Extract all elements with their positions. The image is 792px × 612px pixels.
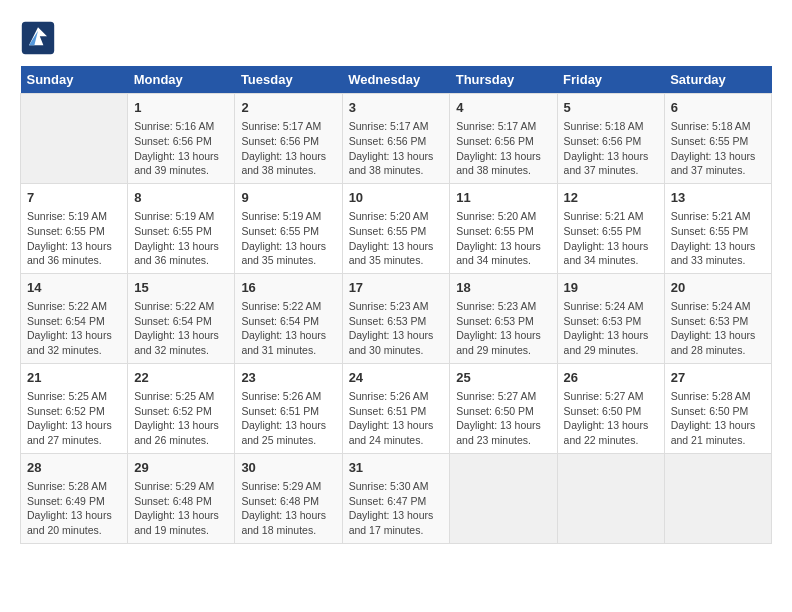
day-info: Sunrise: 5:19 AM Sunset: 6:55 PM Dayligh… (27, 209, 121, 268)
calendar-cell (450, 453, 557, 543)
page-header (20, 20, 772, 56)
day-info: Sunrise: 5:25 AM Sunset: 6:52 PM Dayligh… (27, 389, 121, 448)
calendar-table: SundayMondayTuesdayWednesdayThursdayFrid… (20, 66, 772, 544)
weekday-header-tuesday: Tuesday (235, 66, 342, 94)
calendar-cell: 21Sunrise: 5:25 AM Sunset: 6:52 PM Dayli… (21, 363, 128, 453)
day-info: Sunrise: 5:17 AM Sunset: 6:56 PM Dayligh… (241, 119, 335, 178)
day-number: 22 (134, 369, 228, 387)
logo (20, 20, 60, 56)
calendar-cell: 31Sunrise: 5:30 AM Sunset: 6:47 PM Dayli… (342, 453, 450, 543)
day-info: Sunrise: 5:19 AM Sunset: 6:55 PM Dayligh… (241, 209, 335, 268)
calendar-header: SundayMondayTuesdayWednesdayThursdayFrid… (21, 66, 772, 94)
day-number: 21 (27, 369, 121, 387)
day-info: Sunrise: 5:22 AM Sunset: 6:54 PM Dayligh… (134, 299, 228, 358)
calendar-cell: 29Sunrise: 5:29 AM Sunset: 6:48 PM Dayli… (128, 453, 235, 543)
weekday-header-saturday: Saturday (664, 66, 771, 94)
weekday-header-friday: Friday (557, 66, 664, 94)
calendar-cell: 27Sunrise: 5:28 AM Sunset: 6:50 PM Dayli… (664, 363, 771, 453)
day-number: 16 (241, 279, 335, 297)
day-number: 23 (241, 369, 335, 387)
calendar-cell: 25Sunrise: 5:27 AM Sunset: 6:50 PM Dayli… (450, 363, 557, 453)
calendar-cell: 3Sunrise: 5:17 AM Sunset: 6:56 PM Daylig… (342, 94, 450, 184)
calendar-cell (557, 453, 664, 543)
calendar-cell: 28Sunrise: 5:28 AM Sunset: 6:49 PM Dayli… (21, 453, 128, 543)
day-number: 3 (349, 99, 444, 117)
calendar-week-3: 14Sunrise: 5:22 AM Sunset: 6:54 PM Dayli… (21, 273, 772, 363)
calendar-cell: 19Sunrise: 5:24 AM Sunset: 6:53 PM Dayli… (557, 273, 664, 363)
day-info: Sunrise: 5:28 AM Sunset: 6:50 PM Dayligh… (671, 389, 765, 448)
day-info: Sunrise: 5:25 AM Sunset: 6:52 PM Dayligh… (134, 389, 228, 448)
weekday-header-wednesday: Wednesday (342, 66, 450, 94)
day-info: Sunrise: 5:30 AM Sunset: 6:47 PM Dayligh… (349, 479, 444, 538)
day-number: 7 (27, 189, 121, 207)
day-number: 27 (671, 369, 765, 387)
calendar-cell: 18Sunrise: 5:23 AM Sunset: 6:53 PM Dayli… (450, 273, 557, 363)
day-number: 30 (241, 459, 335, 477)
day-number: 18 (456, 279, 550, 297)
calendar-cell: 22Sunrise: 5:25 AM Sunset: 6:52 PM Dayli… (128, 363, 235, 453)
day-info: Sunrise: 5:22 AM Sunset: 6:54 PM Dayligh… (27, 299, 121, 358)
calendar-cell: 20Sunrise: 5:24 AM Sunset: 6:53 PM Dayli… (664, 273, 771, 363)
day-number: 4 (456, 99, 550, 117)
day-info: Sunrise: 5:20 AM Sunset: 6:55 PM Dayligh… (456, 209, 550, 268)
calendar-cell: 11Sunrise: 5:20 AM Sunset: 6:55 PM Dayli… (450, 183, 557, 273)
day-info: Sunrise: 5:22 AM Sunset: 6:54 PM Dayligh… (241, 299, 335, 358)
day-number: 10 (349, 189, 444, 207)
day-info: Sunrise: 5:18 AM Sunset: 6:55 PM Dayligh… (671, 119, 765, 178)
calendar-cell: 30Sunrise: 5:29 AM Sunset: 6:48 PM Dayli… (235, 453, 342, 543)
calendar-cell: 9Sunrise: 5:19 AM Sunset: 6:55 PM Daylig… (235, 183, 342, 273)
weekday-header-monday: Monday (128, 66, 235, 94)
day-number: 19 (564, 279, 658, 297)
calendar-cell: 7Sunrise: 5:19 AM Sunset: 6:55 PM Daylig… (21, 183, 128, 273)
calendar-week-2: 7Sunrise: 5:19 AM Sunset: 6:55 PM Daylig… (21, 183, 772, 273)
calendar-cell: 17Sunrise: 5:23 AM Sunset: 6:53 PM Dayli… (342, 273, 450, 363)
weekday-header-sunday: Sunday (21, 66, 128, 94)
day-number: 12 (564, 189, 658, 207)
calendar-cell: 16Sunrise: 5:22 AM Sunset: 6:54 PM Dayli… (235, 273, 342, 363)
calendar-cell: 15Sunrise: 5:22 AM Sunset: 6:54 PM Dayli… (128, 273, 235, 363)
day-info: Sunrise: 5:27 AM Sunset: 6:50 PM Dayligh… (456, 389, 550, 448)
calendar-week-4: 21Sunrise: 5:25 AM Sunset: 6:52 PM Dayli… (21, 363, 772, 453)
day-info: Sunrise: 5:18 AM Sunset: 6:56 PM Dayligh… (564, 119, 658, 178)
calendar-body: 1Sunrise: 5:16 AM Sunset: 6:56 PM Daylig… (21, 94, 772, 544)
calendar-cell: 12Sunrise: 5:21 AM Sunset: 6:55 PM Dayli… (557, 183, 664, 273)
day-number: 29 (134, 459, 228, 477)
calendar-cell: 13Sunrise: 5:21 AM Sunset: 6:55 PM Dayli… (664, 183, 771, 273)
day-info: Sunrise: 5:17 AM Sunset: 6:56 PM Dayligh… (349, 119, 444, 178)
day-number: 17 (349, 279, 444, 297)
calendar-cell: 14Sunrise: 5:22 AM Sunset: 6:54 PM Dayli… (21, 273, 128, 363)
calendar-cell: 8Sunrise: 5:19 AM Sunset: 6:55 PM Daylig… (128, 183, 235, 273)
calendar-cell: 5Sunrise: 5:18 AM Sunset: 6:56 PM Daylig… (557, 94, 664, 184)
calendar-cell: 4Sunrise: 5:17 AM Sunset: 6:56 PM Daylig… (450, 94, 557, 184)
day-number: 8 (134, 189, 228, 207)
day-info: Sunrise: 5:20 AM Sunset: 6:55 PM Dayligh… (349, 209, 444, 268)
logo-icon (20, 20, 56, 56)
day-info: Sunrise: 5:23 AM Sunset: 6:53 PM Dayligh… (456, 299, 550, 358)
day-info: Sunrise: 5:24 AM Sunset: 6:53 PM Dayligh… (671, 299, 765, 358)
day-info: Sunrise: 5:23 AM Sunset: 6:53 PM Dayligh… (349, 299, 444, 358)
calendar-cell (21, 94, 128, 184)
calendar-cell (664, 453, 771, 543)
weekday-header-thursday: Thursday (450, 66, 557, 94)
calendar-week-5: 28Sunrise: 5:28 AM Sunset: 6:49 PM Dayli… (21, 453, 772, 543)
day-info: Sunrise: 5:26 AM Sunset: 6:51 PM Dayligh… (349, 389, 444, 448)
day-info: Sunrise: 5:21 AM Sunset: 6:55 PM Dayligh… (671, 209, 765, 268)
day-info: Sunrise: 5:29 AM Sunset: 6:48 PM Dayligh… (134, 479, 228, 538)
day-number: 20 (671, 279, 765, 297)
day-number: 5 (564, 99, 658, 117)
day-info: Sunrise: 5:16 AM Sunset: 6:56 PM Dayligh… (134, 119, 228, 178)
day-info: Sunrise: 5:21 AM Sunset: 6:55 PM Dayligh… (564, 209, 658, 268)
day-info: Sunrise: 5:26 AM Sunset: 6:51 PM Dayligh… (241, 389, 335, 448)
calendar-cell: 2Sunrise: 5:17 AM Sunset: 6:56 PM Daylig… (235, 94, 342, 184)
day-number: 28 (27, 459, 121, 477)
day-info: Sunrise: 5:24 AM Sunset: 6:53 PM Dayligh… (564, 299, 658, 358)
day-number: 6 (671, 99, 765, 117)
day-number: 11 (456, 189, 550, 207)
day-number: 15 (134, 279, 228, 297)
day-number: 2 (241, 99, 335, 117)
day-number: 26 (564, 369, 658, 387)
day-number: 24 (349, 369, 444, 387)
day-info: Sunrise: 5:29 AM Sunset: 6:48 PM Dayligh… (241, 479, 335, 538)
day-number: 13 (671, 189, 765, 207)
day-number: 1 (134, 99, 228, 117)
